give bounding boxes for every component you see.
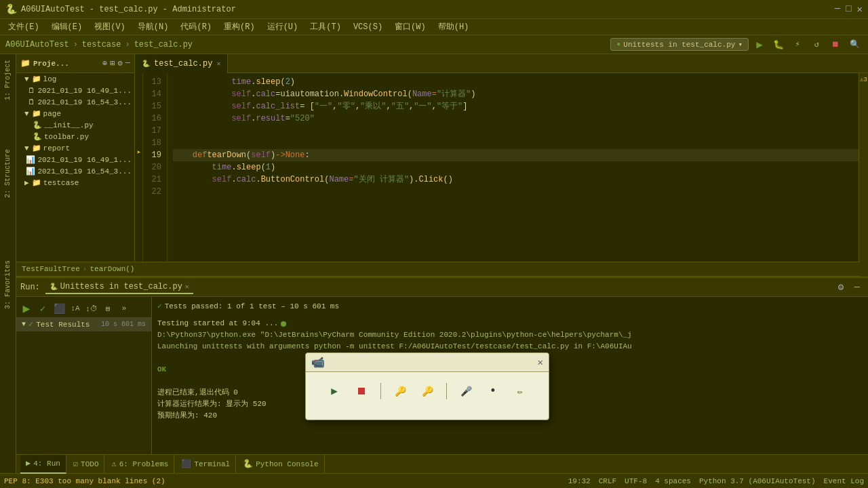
breadcrumb-file[interactable]: test_calc.py: [134, 40, 193, 49]
problems-icon: ⚠: [111, 459, 116, 469]
run-tab-item[interactable]: 🐍 Unittests in test_calc.py ✕: [45, 281, 193, 294]
search-button[interactable]: 🔍: [846, 37, 863, 53]
editor-tab-active[interactable]: 🐍 test_calc.py ✕: [135, 54, 228, 73]
linenum-16: 16: [143, 113, 164, 125]
bottom-tab-strip: ▶ 4: Run ☑ TODO ⚠ 6: Problems ⬛ Terminal…: [16, 454, 868, 473]
folder-icon-r: 📁: [32, 144, 41, 152]
tree-item-toolbar[interactable]: 🐍 toolbar.py: [16, 131, 134, 142]
tree-item-testcase[interactable]: ▶ 📁 testcase: [16, 177, 134, 188]
popup-edit-button[interactable]: ✏: [509, 380, 531, 402]
popup-mic-button[interactable]: 🎤: [455, 380, 477, 402]
close-tab-button[interactable]: ✕: [216, 60, 220, 68]
bc-part2[interactable]: tearDown(): [90, 265, 134, 273]
menu-code[interactable]: 代码(R): [175, 20, 217, 34]
bc-part1[interactable]: TestFaultTree: [22, 265, 80, 273]
tree-label: report: [43, 144, 71, 152]
code-line-15: self . calc_list = [ "一" , "零" , "乘以" , …: [173, 100, 863, 113]
btab-python-console[interactable]: 🐍 Python Console: [237, 455, 324, 474]
title-text: A06UIAutoTest - test_calc.py - Administr…: [21, 5, 236, 14]
menu-refactor[interactable]: 重构(R): [218, 20, 260, 34]
tree-item-init[interactable]: 🐍 __init__.py: [16, 119, 134, 131]
minimize-button[interactable]: ─: [835, 3, 840, 15]
run-tab-icon: 🐍: [50, 283, 58, 291]
tree-item-report[interactable]: ▼ 📁 report: [16, 142, 134, 154]
btab-run[interactable]: ▶ 4: Run: [20, 455, 66, 474]
menu-vcs[interactable]: VCS(S): [348, 21, 388, 33]
linenum-22: 22: [143, 186, 164, 198]
tree-item-log1[interactable]: 🗒 2021_01_19 16_49_1...: [16, 85, 134, 96]
menu-tools[interactable]: 工具(T): [304, 20, 347, 34]
settings-button[interactable]: ⚙: [118, 58, 123, 68]
tree-item-log[interactable]: ▼ 📁 log: [16, 73, 134, 85]
linenum-18: 18: [143, 137, 164, 149]
layout-button[interactable]: ⊞: [110, 58, 115, 68]
sidebar-tab-structure[interactable]: 2: Structure: [3, 146, 13, 201]
run-play-button[interactable]: ▶: [19, 301, 34, 316]
python-version[interactable]: Python 3.7 (A06UIAutoTest): [699, 477, 816, 485]
breadcrumb-testcase[interactable]: testcase: [82, 40, 121, 49]
mic-icon: 🎤: [460, 386, 472, 397]
tree-item-log2[interactable]: 🗒 2021_01_19 16_54_3...: [16, 96, 134, 108]
coverage-button[interactable]: ⚡: [789, 37, 806, 53]
nav-actions: ▶ 🐛 ⚡ ↺ ⏹ 🔍: [751, 37, 863, 53]
crlf[interactable]: CRLF: [599, 477, 616, 485]
indent[interactable]: 4 spaces: [655, 477, 691, 485]
popup-key2-button[interactable]: 🔑: [416, 380, 438, 402]
output-text-1: Testing started at 9:04 ...: [157, 318, 278, 329]
menu-edit[interactable]: 编辑(E): [46, 20, 88, 34]
menu-file[interactable]: 文件(E): [3, 20, 45, 34]
breadcrumb-project[interactable]: A06UIAutoTest: [5, 40, 69, 49]
popup-key1-button[interactable]: 🔑: [389, 380, 411, 402]
menu-window[interactable]: 窗口(W): [389, 20, 431, 34]
run-button[interactable]: ▶: [751, 37, 768, 53]
gutter-20: [135, 159, 142, 171]
tree-item-report1[interactable]: 📊 2021_01_19 16_49_1...: [16, 154, 134, 165]
run-config-selector[interactable]: ● Unittests in test_calc.py ▾: [610, 38, 749, 51]
tree-item-page[interactable]: ▼ 📁 page: [16, 108, 134, 119]
expand-all-run-button[interactable]: ⊞: [100, 301, 115, 316]
popup-stop-button[interactable]: ⏹: [351, 380, 372, 402]
popup-dot-button[interactable]: •: [482, 380, 504, 402]
sort-dur-button[interactable]: ↕⏱: [84, 301, 99, 316]
sidebar-tab-project[interactable]: 1: Project: [3, 57, 13, 103]
popup-close-button[interactable]: ✕: [538, 357, 543, 368]
warning-text[interactable]: PEP 8: E303 too many blank lines (2): [4, 477, 165, 485]
event-log[interactable]: Event Log: [824, 477, 864, 485]
menu-run[interactable]: 运行(U): [262, 20, 304, 34]
run-tab-label: Unittests in test_calc.py: [60, 282, 182, 291]
run-stop-btn[interactable]: ⬛: [52, 301, 66, 316]
run-settings-button[interactable]: ⚙: [834, 281, 848, 294]
tree-item-report2[interactable]: 📊 2021_01_19 16_54_3...: [16, 165, 134, 177]
more-actions-button[interactable]: »: [117, 301, 132, 316]
debug-button[interactable]: 🐛: [770, 37, 787, 53]
terminal-icon: ⬛: [181, 459, 191, 469]
editor-tabs: 🐍 test_calc.py ✕: [135, 54, 868, 73]
btab-terminal[interactable]: ⬛ Terminal: [176, 455, 236, 474]
run-minimize-button[interactable]: ─: [850, 281, 864, 294]
btab-todo[interactable]: ☑ TODO: [68, 455, 105, 474]
menu-help[interactable]: 帮助(H): [433, 20, 475, 34]
stop-button[interactable]: ⏹: [827, 37, 844, 53]
menu-view[interactable]: 视图(V): [89, 20, 131, 34]
sort-az-button[interactable]: ↕A: [68, 301, 83, 316]
test-result-item[interactable]: ▼ ✓ Test Results 10 s 601 ms: [16, 317, 151, 331]
run-pass-filter-button[interactable]: ✓: [35, 301, 50, 316]
menu-nav[interactable]: 导航(N): [132, 20, 174, 34]
encoding[interactable]: UTF-8: [625, 477, 647, 485]
status-bar: PEP 8: E303 too many blank lines (2) 19:…: [0, 473, 868, 488]
linenum-15: 15: [143, 100, 164, 113]
gutter-17: [135, 122, 142, 134]
close-button[interactable]: ✕: [857, 3, 863, 15]
btab-problems[interactable]: ⚠ 6: Problems: [106, 455, 174, 474]
gutter-19[interactable]: ➤: [135, 146, 142, 159]
sidebar-tab-favorites[interactable]: 3: Favorites: [3, 258, 13, 312]
line-col[interactable]: 19:32: [568, 477, 591, 485]
maximize-button[interactable]: □: [846, 3, 851, 15]
run-tab-close-button[interactable]: ✕: [185, 283, 189, 291]
sep2: ›: [125, 40, 130, 49]
popup-play-button[interactable]: ▶: [323, 380, 345, 402]
expand-all-button[interactable]: ⊕: [102, 58, 107, 68]
report-icon-2: 📊: [26, 167, 35, 176]
reload-button[interactable]: ↺: [808, 37, 825, 53]
minimize-panel-button[interactable]: ─: [125, 58, 130, 68]
